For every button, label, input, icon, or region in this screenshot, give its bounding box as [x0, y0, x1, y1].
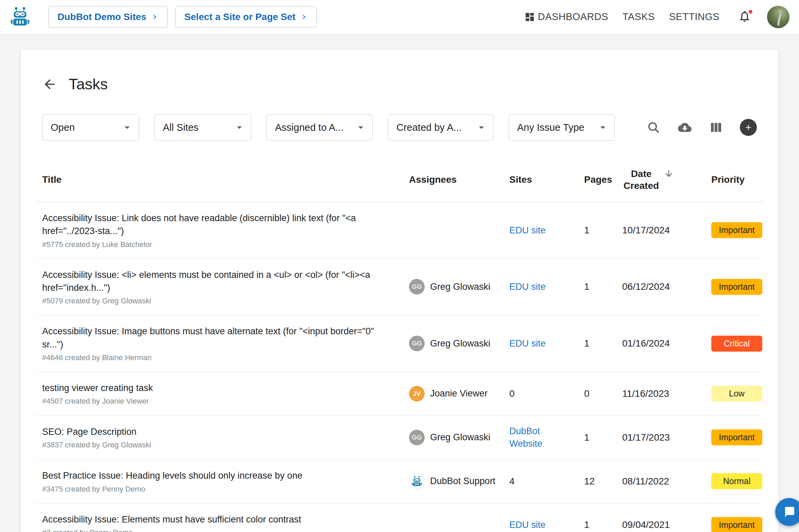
priority-badge: Low	[711, 386, 762, 402]
site-link[interactable]: EDU site	[509, 281, 546, 293]
chat-bubble-icon	[783, 506, 795, 518]
task-meta: #4646 created by Blaine Herman	[42, 353, 409, 362]
notifications-bell-icon[interactable]	[738, 10, 753, 24]
assignee-avatar: GG	[409, 430, 425, 445]
dubbot-logo-icon[interactable]	[10, 6, 31, 28]
assignee-avatar: GG	[409, 336, 425, 351]
pages-count: 1	[584, 432, 622, 443]
task-title: Accessibility Issue: <li> elements must …	[42, 268, 386, 295]
table-row[interactable]: Accessibility Issue: Elements must have …	[36, 503, 763, 532]
sites-filter-value: All Sites	[163, 122, 199, 133]
assignees-cell: GG Greg Glowaski	[409, 430, 509, 445]
priority-badge: Critical	[711, 336, 762, 352]
assignees-cell: DubBot Support	[409, 474, 509, 489]
task-meta: #5775 created by Luke Batchelor	[42, 240, 409, 249]
caret-down-icon	[355, 121, 367, 134]
caret-down-icon	[597, 121, 609, 134]
robot-icon	[411, 476, 423, 487]
nav-dashboards[interactable]: DASHBOARDS	[524, 11, 608, 22]
back-arrow-icon[interactable]	[42, 77, 57, 92]
assignees-cell: JV Joanie Viewer	[409, 386, 509, 402]
sort-descending-icon[interactable]	[664, 169, 674, 179]
table-row[interactable]: Best Practice Issue: Heading levels shou…	[36, 460, 763, 503]
task-meta: #4507 created by Joanie Viewer	[42, 397, 409, 406]
task-meta: #5079 created by Greg Glowaski	[42, 297, 409, 305]
date-created: 10/17/2024	[622, 225, 711, 236]
sites-filter[interactable]: All Sites	[154, 114, 251, 141]
date-created: 06/12/2024	[622, 281, 711, 292]
priority-badge: Normal	[711, 473, 762, 489]
notification-dot	[748, 9, 753, 15]
table-row[interactable]: Accessibility Issue: <li> elements must …	[36, 259, 763, 316]
table-row[interactable]: Accessibility Issue: Link does not have …	[36, 202, 763, 259]
top-nav: DASHBOARDS TASKS SETTINGS	[524, 6, 789, 28]
table-row[interactable]: Accessibility Issue: Image buttons must …	[36, 315, 763, 372]
task-title: testing viewer creating task	[42, 382, 386, 394]
task-title: Accessibility Issue: Elements must have …	[42, 513, 386, 526]
sites-count: 0	[509, 388, 515, 399]
site-link[interactable]: EDU site	[509, 224, 546, 236]
site-group-selector-label: DubBot Demo Sites	[57, 12, 146, 22]
date-created: 11/16/2023	[622, 388, 711, 399]
nav-settings[interactable]: SETTINGS	[669, 11, 719, 22]
assignee-name: Joanie Viewer	[430, 388, 488, 399]
priority-badge: Important	[711, 222, 762, 238]
date-created: 09/04/2021	[622, 519, 711, 530]
search-icon[interactable]	[646, 120, 661, 135]
caret-down-icon	[233, 121, 245, 134]
site-or-pageset-selector[interactable]: Select a Site or Page Set	[175, 6, 317, 28]
site-link[interactable]: EDU site	[509, 337, 546, 350]
assigned-filter[interactable]: Assigned to A...	[267, 114, 373, 141]
user-avatar[interactable]	[767, 6, 789, 28]
add-task-button[interactable]	[740, 119, 757, 136]
columns-icon[interactable]	[709, 120, 724, 135]
created-by-filter[interactable]: Created by A...	[388, 114, 493, 141]
assignee-name: Greg Glowaski	[430, 432, 490, 443]
pages-count: 1	[584, 281, 622, 292]
table-header: Title Assignees Sites Pages Date Created…	[36, 159, 763, 202]
col-assignees: Assignees	[409, 174, 509, 185]
col-sites: Sites	[509, 174, 584, 185]
status-filter[interactable]: Open	[42, 114, 139, 141]
assignee-name: Greg Glowaski	[430, 338, 490, 349]
table-toolbar	[646, 119, 757, 136]
chevron-right-icon	[301, 14, 308, 20]
col-pages: Pages	[584, 174, 622, 185]
pages-count: 1	[584, 338, 622, 349]
tasks-card: Tasks Open All Sites Assigned to A... Cr…	[20, 50, 779, 532]
site-link[interactable]: DubBot Website	[509, 425, 560, 450]
priority-badge: Important	[711, 279, 762, 295]
task-title: SEO: Page Description	[42, 425, 386, 438]
site-group-selector[interactable]: DubBot Demo Sites	[48, 6, 168, 28]
col-title: Title	[36, 174, 409, 185]
table-row[interactable]: SEO: Page Description #3837 created by G…	[36, 415, 763, 460]
chevron-right-icon	[152, 14, 158, 20]
sites-count: 4	[509, 476, 515, 486]
col-date-created[interactable]: Date Created	[622, 168, 711, 192]
pages-count: 1	[584, 519, 622, 530]
tasks-table: Title Assignees Sites Pages Date Created…	[36, 159, 763, 532]
pages-count: 1	[584, 225, 622, 236]
dashboard-icon	[524, 12, 535, 22]
site-link[interactable]: EDU site	[509, 519, 546, 531]
assignee-name: Greg Glowaski	[430, 282, 490, 292]
assignee-avatar-dubbot	[409, 474, 425, 489]
task-title: Accessibility Issue: Image buttons must …	[42, 325, 386, 351]
chat-widget-button[interactable]	[775, 498, 799, 526]
status-filter-value: Open	[51, 122, 75, 133]
col-date-created-label: Date Created	[622, 168, 660, 192]
issue-type-filter-value: Any Issue Type	[517, 122, 584, 133]
assigned-filter-value: Assigned to A...	[275, 122, 344, 133]
pages-count: 0	[584, 388, 622, 399]
download-icon[interactable]	[677, 120, 692, 135]
filter-bar: Open All Sites Assigned to A... Created …	[42, 114, 757, 141]
table-row[interactable]: testing viewer creating task #4507 creat…	[36, 372, 763, 415]
nav-tasks[interactable]: TASKS	[623, 11, 655, 22]
issue-type-filter[interactable]: Any Issue Type	[509, 114, 615, 141]
pages-count: 12	[584, 476, 622, 487]
assignee-avatar: JV	[409, 386, 425, 402]
assignee-avatar: GG	[409, 279, 425, 295]
date-created: 08/11/2022	[622, 476, 711, 487]
nav-settings-label: SETTINGS	[669, 11, 719, 22]
caret-down-icon	[121, 121, 133, 134]
